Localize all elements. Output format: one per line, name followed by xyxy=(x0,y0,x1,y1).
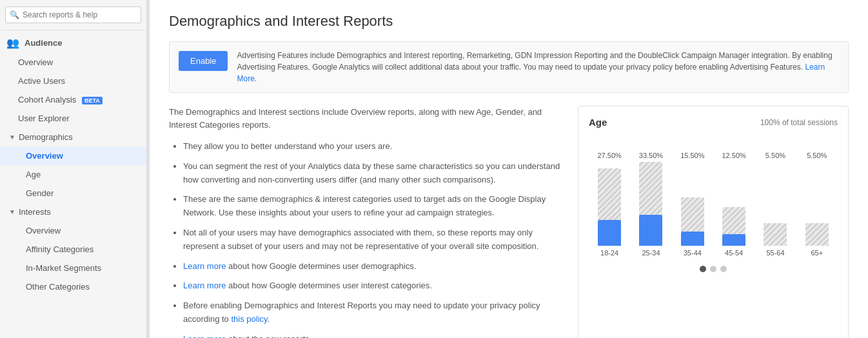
bar-background xyxy=(764,223,787,246)
bar-highlight xyxy=(598,220,621,246)
bar-pct-label: 15.50% xyxy=(680,152,704,159)
bullet-list: They allow you to better understand who … xyxy=(169,140,565,338)
list-item-link1: Learn more about how Google determines u… xyxy=(183,260,565,273)
bar-background xyxy=(681,197,704,232)
bar-label: 35-44 xyxy=(684,249,702,257)
bar-group: 12.50%45-54 xyxy=(718,152,750,257)
chart-title: Age xyxy=(589,117,607,128)
bar-background xyxy=(598,168,621,220)
bar-group: 33.50%25-34 xyxy=(635,152,667,257)
bar-background xyxy=(722,207,745,234)
sidebar-section-interests[interactable]: ▼ Interests xyxy=(0,203,146,221)
audience-label: Audience xyxy=(25,38,63,48)
sidebar-item-demo-overview[interactable]: Overview xyxy=(0,146,146,165)
bar-group: 5.50%55-64 xyxy=(759,152,791,257)
chevron-down-icon-interests: ▼ xyxy=(9,208,15,215)
list-item: They allow you to better understand who … xyxy=(183,140,565,154)
intro-text: The Demographics and Interest sections i… xyxy=(169,106,565,131)
sidebar-item-affinity-categories[interactable]: Affinity Categories xyxy=(0,240,146,259)
left-panel: The Demographics and Interest sections i… xyxy=(169,106,565,338)
sidebar-item-user-explorer[interactable]: User Explorer xyxy=(0,109,146,128)
sidebar: 🔍 👥 Audience Overview Active Users Cohor… xyxy=(0,0,147,338)
bar-highlight xyxy=(681,232,704,246)
learn-more-new-reports-link[interactable]: Learn more xyxy=(183,334,226,338)
sidebar-item-age[interactable]: Age xyxy=(0,165,146,184)
bar-background xyxy=(639,162,662,215)
page-title: Demographics and Interest Reports xyxy=(169,13,849,30)
audience-header[interactable]: 👥 Audience xyxy=(0,30,146,53)
chart-dots xyxy=(589,266,838,272)
sidebar-item-in-market-segments[interactable]: In-Market Segments xyxy=(0,259,146,277)
enable-description: Advertising Features include Demographic… xyxy=(237,50,839,84)
bar-pct-label: 27.50% xyxy=(598,152,622,159)
list-item: Not all of your users may have demograph… xyxy=(183,226,565,254)
bar-label: 25-34 xyxy=(642,249,660,257)
bar-label: 45-54 xyxy=(725,249,743,257)
enable-bar: Enable Advertising Features include Demo… xyxy=(169,41,849,93)
carousel-dot[interactable] xyxy=(710,266,716,272)
chart-header: Age 100% of total sessions xyxy=(589,117,838,128)
sidebar-item-gender[interactable]: Gender xyxy=(0,184,146,203)
content-area: The Demographics and Interest sections i… xyxy=(169,106,849,338)
bar-chart: 27.50%18-2433.50%25-3415.50%35-4412.50%4… xyxy=(589,141,838,257)
bar-pct-label: 5.50% xyxy=(807,152,827,159)
bar-label: 55-64 xyxy=(766,249,784,257)
bar-highlight xyxy=(722,234,745,246)
sidebar-section-demographics[interactable]: ▼ Demographics xyxy=(0,128,146,146)
list-item-link2: Learn more about how Google determines u… xyxy=(183,279,565,293)
bar-label: 65+ xyxy=(811,249,823,257)
bar-pct-label: 5.50% xyxy=(765,152,785,159)
list-item: These are the same demographics & intere… xyxy=(183,193,565,220)
enable-text-content: Advertising Features include Demographic… xyxy=(237,51,832,72)
carousel-dot[interactable] xyxy=(720,266,727,272)
search-area: 🔍 xyxy=(0,0,146,30)
beta-badge: BETA xyxy=(82,97,103,104)
enable-button[interactable]: Enable xyxy=(179,51,228,71)
demographics-label: Demographics xyxy=(19,132,73,142)
chart-subtitle: 100% of total sessions xyxy=(760,118,838,127)
bar-group: 15.50%35-44 xyxy=(676,152,709,257)
bar-label: 18-24 xyxy=(600,249,618,257)
search-icon: 🔍 xyxy=(10,10,19,19)
list-item-link4: Learn more about the new reports. xyxy=(183,333,565,338)
sidebar-item-other-categories[interactable]: Other Categories xyxy=(0,277,146,296)
bar-pct-label: 12.50% xyxy=(722,152,745,159)
learn-more-demographics-link[interactable]: Learn more xyxy=(183,261,226,271)
interests-label: Interests xyxy=(19,207,51,217)
list-item-link3: Before enabling Demographics and Interes… xyxy=(183,299,565,326)
learn-more-interest-link[interactable]: Learn more xyxy=(183,281,226,290)
sidebar-item-overview[interactable]: Overview xyxy=(0,53,146,72)
bar-highlight xyxy=(639,215,662,246)
carousel-dot[interactable] xyxy=(700,266,706,272)
this-policy-link[interactable]: this policy xyxy=(231,314,267,324)
list-item: You can segment the rest of your Analyti… xyxy=(183,160,565,187)
chevron-down-icon: ▼ xyxy=(9,134,15,141)
sidebar-item-active-users[interactable]: Active Users xyxy=(0,72,146,90)
audience-icon: 👥 xyxy=(6,37,19,49)
bar-group: 27.50%18-24 xyxy=(593,152,626,257)
main-content: Demographics and Interest Reports Enable… xyxy=(150,0,868,338)
bar-group: 5.50%65+ xyxy=(801,152,833,257)
bar-pct-label: 33.50% xyxy=(639,152,663,159)
search-input[interactable] xyxy=(5,6,141,23)
chart-panel: Age 100% of total sessions 27.50%18-2433… xyxy=(578,106,849,338)
sidebar-item-cohort-analysis[interactable]: Cohort Analysis BETA xyxy=(0,90,146,109)
bar-background xyxy=(805,223,829,246)
sidebar-item-int-overview[interactable]: Overview xyxy=(0,221,146,240)
